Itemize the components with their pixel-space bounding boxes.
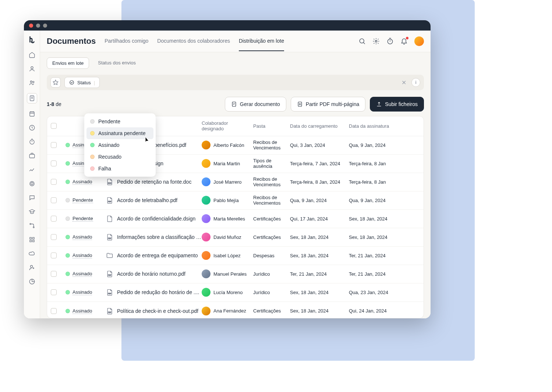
briefcase-icon[interactable]: [28, 152, 36, 159]
col-sign-date[interactable]: Data da assinatura: [349, 123, 408, 129]
timer-icon[interactable]: [28, 138, 36, 145]
info-button[interactable]: i: [411, 78, 420, 87]
select-all-checkbox[interactable]: [51, 123, 57, 129]
documents-icon[interactable]: [27, 93, 37, 103]
dd-recusado[interactable]: Recusado: [86, 151, 153, 163]
subtab-batch-send[interactable]: Envios em lote: [47, 57, 89, 69]
close-window-dot[interactable]: [29, 24, 33, 28]
pie-icon[interactable]: [28, 278, 36, 285]
add-user-icon[interactable]: [28, 264, 36, 271]
dd-assinatura-pendente[interactable]: Assinatura pendente: [86, 127, 153, 139]
status-cell: Assinado: [66, 234, 106, 240]
minimize-window-dot[interactable]: [36, 24, 40, 28]
svg-rect-7: [29, 154, 35, 158]
status-cell: Assinado: [66, 289, 106, 295]
split-pdf-button[interactable]: Partir PDF multi-página: [291, 97, 366, 112]
col-folder[interactable]: Pasta: [253, 123, 290, 129]
tab-shared[interactable]: Partilhados comigo: [105, 38, 148, 51]
subtab-send-status[interactable]: Status dos envios: [93, 57, 141, 69]
row-checkbox[interactable]: [51, 252, 57, 258]
col-upload-date[interactable]: Data do carregamento: [290, 123, 349, 129]
window-titlebar: [24, 20, 431, 31]
table-row[interactable]: PendentePDFAcordo de teletrabalho.pdfPab…: [47, 191, 424, 210]
left-sidebar: [24, 31, 40, 318]
table-row[interactable]: AssinadoPDFAcordo de horário noturno.pdf…: [47, 265, 424, 283]
collaborator-avatar: [202, 251, 210, 260]
status-dot: [66, 216, 70, 221]
grid-icon[interactable]: [28, 236, 36, 243]
svg-point-18: [360, 39, 364, 43]
favorite-button[interactable]: [50, 77, 61, 88]
dd-falha[interactable]: Falha: [86, 163, 153, 174]
filename: Acordo de teletrabalho.pdf: [117, 197, 177, 203]
tab-batch[interactable]: Distribuição em lote: [239, 38, 284, 51]
top-icons: [358, 36, 424, 46]
status-text: Assinado: [72, 234, 92, 240]
dd-pendente[interactable]: Pendente: [86, 116, 153, 127]
bell-icon[interactable]: [400, 38, 408, 45]
cloud-icon[interactable]: [28, 250, 36, 257]
svg-text:DOC: DOC: [108, 182, 111, 184]
filter-bar: Status | ✕ i: [47, 75, 424, 90]
row-checkbox[interactable]: [51, 308, 57, 314]
table-row[interactable]: AssinadoPDFPedido de redução do horário …: [47, 283, 424, 302]
clear-filter-button[interactable]: ✕: [400, 78, 408, 86]
svg-text:PDF: PDF: [108, 293, 112, 294]
upload-files-button[interactable]: Subir ficheiros: [370, 97, 424, 112]
users-icon[interactable]: [28, 79, 36, 86]
file-icon: [106, 215, 113, 222]
search-icon[interactable]: [358, 38, 366, 45]
collaborator-avatar: [202, 159, 210, 168]
table-row[interactable]: AssinadoPDFInformações sobre a classific…: [47, 228, 424, 247]
status-cell: Assinado: [66, 308, 106, 314]
user-icon[interactable]: [28, 65, 36, 73]
svg-rect-15: [32, 240, 34, 242]
table-row[interactable]: PendenteAcordo de confidencialidade.dsig…: [47, 210, 424, 228]
collaborator-name: Alberto Falcón: [213, 142, 244, 148]
filename: Acordo de entrega de equipamento: [117, 252, 198, 258]
row-checkbox[interactable]: [51, 216, 57, 222]
upload-date-cell: Qua, 9 Jan, 2024: [290, 198, 349, 203]
folder-cell: Certificações: [253, 234, 290, 240]
calendar-icon[interactable]: [28, 110, 36, 117]
row-checkbox[interactable]: [51, 197, 57, 203]
filename: Política de check-in e check-out.pdf: [117, 308, 198, 314]
status-dot: [66, 253, 70, 258]
collaborator-name: Ana Fernández: [213, 308, 246, 314]
file-icon: PDF: [106, 270, 113, 278]
status-text: Assinado: [72, 271, 92, 277]
flow-icon[interactable]: [28, 222, 36, 229]
sign-date-cell: Ter, 21 Jan, 2024: [349, 253, 408, 258]
row-checkbox[interactable]: [51, 160, 57, 166]
row-checkbox[interactable]: [51, 289, 57, 295]
col-collab[interactable]: Colaborador designado: [202, 120, 253, 132]
app-logo[interactable]: [27, 34, 37, 45]
gear-icon[interactable]: [372, 38, 380, 45]
chat-icon[interactable]: [28, 194, 36, 201]
filename-cell: Acordo de entrega de equipamento: [106, 252, 202, 259]
graduation-icon[interactable]: [28, 208, 36, 215]
clock-icon[interactable]: [28, 124, 36, 131]
table-row[interactable]: AssinadoPDFPolítica de check-in e check-…: [47, 302, 424, 318]
status-filter-chip[interactable]: Status |: [64, 77, 100, 88]
row-checkbox[interactable]: [51, 179, 57, 185]
row-checkbox[interactable]: [51, 271, 57, 277]
filename-cell: PDFPolítica de check-in e check-out.pdf: [106, 307, 202, 315]
table-row[interactable]: AssinadoAcordo de entrega de equipamento…: [47, 247, 424, 265]
topbar: Documentos Partilhados comigo Documentos…: [40, 31, 431, 52]
target-icon[interactable]: [28, 180, 36, 187]
svg-rect-4: [30, 112, 34, 116]
dd-assinado[interactable]: Assinado: [86, 139, 153, 151]
chart-icon[interactable]: [28, 166, 36, 173]
row-checkbox[interactable]: [51, 234, 57, 240]
tab-collab-docs[interactable]: Documentos dos colaboradores: [157, 38, 230, 51]
svg-point-10: [30, 223, 31, 225]
maximize-window-dot[interactable]: [43, 24, 47, 28]
stopwatch-icon[interactable]: [386, 38, 394, 45]
row-checkbox[interactable]: [51, 142, 57, 148]
collaborator-avatar: [202, 214, 210, 223]
sign-date-cell: Ter, 21 Jan, 2024: [349, 271, 408, 277]
home-icon[interactable]: [28, 51, 36, 59]
user-avatar[interactable]: [414, 36, 424, 46]
generate-doc-button[interactable]: Gerar documento: [225, 97, 286, 112]
